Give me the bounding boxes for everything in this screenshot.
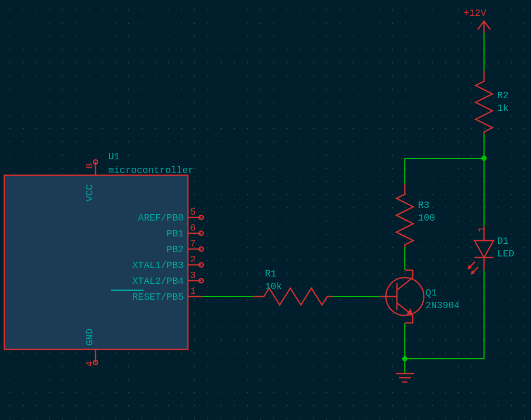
svg-text:8: 8 [84, 163, 95, 169]
r3-ref: R3 [418, 200, 430, 211]
component-u1[interactable]: U1 microcontroller 8 VCC 4 GND 5 AREF/PB… [4, 151, 203, 367]
svg-text:2: 2 [190, 254, 196, 265]
svg-text:PB1: PB1 [167, 228, 184, 239]
svg-text:RESET/PB5: RESET/PB5 [132, 292, 184, 302]
d1-ref: D1 [497, 236, 509, 246]
svg-text:3: 3 [190, 270, 196, 281]
svg-text:PB2: PB2 [167, 244, 184, 255]
svg-line-51 [397, 278, 413, 290]
svg-text:GND: GND [84, 329, 95, 346]
svg-text:XTAL2/PB4: XTAL2/PB4 [132, 276, 184, 287]
d1-value: LED [497, 249, 514, 259]
svg-text:1: 1 [190, 286, 196, 297]
component-d1[interactable]: 1 D1 LED [468, 226, 514, 274]
svg-text:6: 6 [190, 223, 196, 233]
svg-text:7: 7 [190, 238, 196, 249]
q1-value: 2N3904 [425, 300, 460, 311]
component-q1[interactable]: Q1 2N3904 [379, 270, 460, 323]
component-r1[interactable]: R1 10k [253, 269, 333, 305]
svg-text:XTAL1/PB3: XTAL1/PB3 [132, 260, 184, 271]
power-label: +12V [463, 8, 486, 18]
svg-point-46 [481, 156, 487, 161]
svg-text:VCC: VCC [84, 184, 95, 202]
r2-value: 1k [497, 103, 509, 113]
d1-pin1: 1 [477, 226, 487, 232]
q1-ref: Q1 [425, 288, 437, 298]
u1-ref: U1 [108, 151, 120, 162]
power-gnd[interactable] [396, 374, 414, 382]
svg-text:5: 5 [190, 207, 196, 217]
svg-point-47 [402, 356, 407, 361]
r3-value: 100 [418, 213, 435, 223]
svg-text:AREF/PB0: AREF/PB0 [138, 213, 184, 223]
u1-value: microcontroller [108, 165, 194, 176]
svg-marker-59 [475, 241, 494, 257]
svg-text:4: 4 [84, 361, 95, 367]
power-12v[interactable]: +12V [463, 8, 490, 33]
component-r2[interactable]: R2 1k [476, 71, 509, 134]
nets [201, 33, 487, 374]
r1-value: 10k [265, 281, 282, 292]
r2-ref: R2 [497, 90, 509, 101]
r1-ref: R1 [265, 269, 277, 279]
component-r3[interactable]: R3 100 [396, 184, 435, 247]
